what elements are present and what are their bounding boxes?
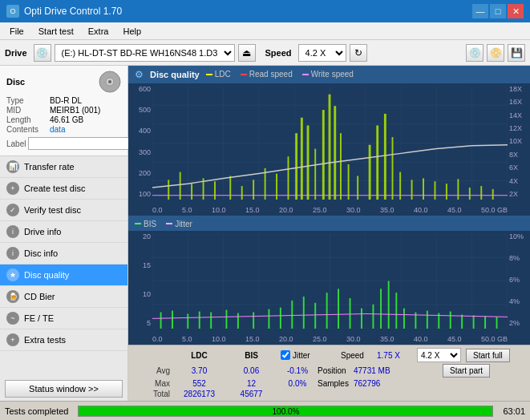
sidebar-item-verify-test-disc[interactable]: ✓ Verify test disc [0,200,127,221]
svg-rect-80 [280,308,281,329]
total-label: Total [133,390,173,398]
jitter-checkbox[interactable] [281,350,290,360]
titlebar-controls: — □ ✕ [472,4,524,18]
disc-info-grid: Type BD-R DL MID MEIRB1 (001) Length 46.… [6,96,121,134]
maximize-button[interactable]: □ [490,4,506,18]
stats-avg-row: Avg 3.70 0.06 -0.1% Position 47731 MB St… [133,364,525,378]
menu-start-test[interactable]: Start test [32,25,80,38]
close-button[interactable]: ✕ [508,4,524,18]
svg-rect-87 [361,309,362,329]
drive-select[interactable]: (E:) HL-DT-ST BD-RE WH16NS48 1.D3 [55,44,235,62]
sidebar-item-disc-info[interactable]: i Disc info [0,243,127,265]
speed-dropdown[interactable]: 4.2 X [417,348,461,362]
sidebar-item-transfer-rate[interactable]: 📊 Transfer rate [0,156,127,178]
menu-extra[interactable]: Extra [82,25,115,38]
svg-rect-51 [457,179,459,200]
mid-label: MID [6,106,47,115]
speed-select[interactable]: 4.2 X [298,44,346,62]
extra-tests-label: Extra tests [24,335,66,345]
type-label: Type [6,96,47,105]
menubar: File Start test Extra Help [0,22,530,40]
svg-rect-54 [492,189,494,200]
menu-file[interactable]: File [3,25,30,38]
titlebar: O Opti Drive Control 1.70 — □ ✕ [0,0,530,22]
svg-rect-81 [291,301,293,329]
disc-icon [99,71,121,93]
chart-top-legend: LDC Read speed Write speed [206,70,354,79]
svg-rect-22 [180,172,181,200]
svg-rect-98 [473,315,475,329]
svg-rect-34 [307,125,310,200]
save-button[interactable]: 💾 [508,44,525,62]
legend-read: Read speed [241,70,293,79]
progress-bar-container: 100.0% [78,406,493,417]
svg-rect-86 [350,298,351,329]
sidebar-item-extra-tests[interactable]: + Extra tests [0,329,127,351]
contents-label: Contents [6,125,47,134]
sidebar-item-cd-bier[interactable]: 🍺 CD Bier [0,286,127,308]
create-test-disc-icon: + [6,182,19,195]
svg-rect-25 [214,181,216,200]
max-label: Max [133,379,173,388]
svg-rect-45 [392,137,394,200]
svg-rect-90 [388,281,390,329]
disc2-button[interactable]: 📀 [487,44,504,62]
legend-jitter: Jitter [166,220,192,228]
samples-val: 762796 [354,379,394,388]
disc-quality-icon: ★ [6,269,19,281]
start-part-button[interactable]: Start part [443,364,490,378]
total-bis: 45677 [225,390,277,398]
chart-title: Disc quality [150,70,200,79]
legend-bis: BIS [135,220,156,228]
svg-rect-52 [469,188,471,200]
legend-write: Write speed [302,70,354,79]
top-chart-svg [152,87,508,200]
sidebar-item-drive-info[interactable]: i Drive info [0,221,127,243]
svg-rect-37 [329,94,331,200]
top-y-labels-right: 18X 16X 14X 12X 10X 8X 6X 4X 2X [508,83,530,200]
svg-rect-83 [314,303,316,329]
svg-rect-92 [403,309,405,329]
eject-button[interactable]: ⏏ [238,44,256,62]
disc-button[interactable]: 💿 [466,44,483,62]
svg-rect-30 [276,173,277,200]
bot-y-labels-left: 20 15 10 5 [128,231,152,329]
chart-header: ⚙ Disc quality LDC Read speed Write spee… [128,66,530,83]
svg-rect-33 [301,117,303,200]
create-test-disc-label: Create test disc [24,184,85,193]
svg-rect-31 [288,156,289,200]
sidebar-item-disc-quality[interactable]: ★ Disc quality [0,265,127,286]
label-input[interactable] [28,137,135,150]
disc-title: Disc [6,77,25,87]
stats-max-row: Max 552 12 0.0% Samples 762796 [133,379,525,388]
status-text: Tests completed [5,406,68,416]
svg-rect-41 [357,176,358,200]
length-value: 46.61 GB [50,115,121,124]
bot-chart: 20 15 10 5 10% 8% 6% 4% 2% 0.0 5.0 10.0 … [128,231,530,345]
max-bis: 12 [225,379,277,388]
sidebar-item-fe-te[interactable]: ~ FE / TE [0,308,127,329]
fe-te-label: FE / TE [24,313,54,323]
svg-rect-38 [334,106,336,200]
sidebar-item-create-test-disc[interactable]: + Create test disc [0,178,127,200]
menu-help[interactable]: Help [116,25,148,38]
type-value: BD-R DL [50,96,121,105]
refresh-button[interactable]: ↻ [350,44,367,62]
svg-rect-53 [480,186,482,200]
contents-value: data [50,125,121,134]
stats-header-row: LDC BIS Jitter Speed 1.75 X 4.2 X Start … [133,348,525,362]
svg-rect-46 [399,172,401,200]
svg-rect-77 [237,313,239,329]
length-label: Length [6,115,47,124]
svg-rect-74 [199,312,200,329]
svg-rect-71 [160,313,162,329]
minimize-button[interactable]: — [472,4,488,18]
start-full-button[interactable]: Start full [466,349,510,362]
svg-rect-88 [372,305,374,329]
bot-chart-svg [152,234,508,329]
svg-rect-94 [427,311,428,329]
verify-test-disc-icon: ✓ [6,204,19,216]
status-window-button[interactable]: Status window >> [5,380,123,398]
toolbar: Drive 💿 (E:) HL-DT-ST BD-RE WH16NS48 1.D… [0,40,530,66]
bis-dot [135,223,141,224]
